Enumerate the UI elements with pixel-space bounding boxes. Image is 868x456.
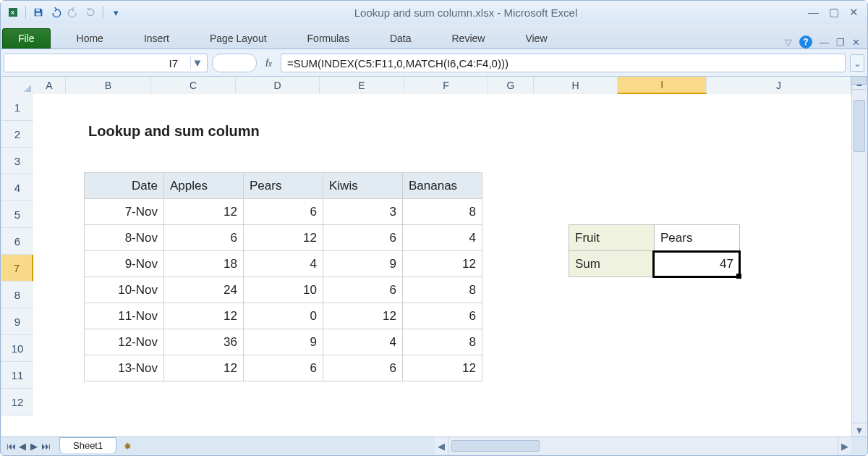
redo-icon[interactable] [65, 4, 81, 20]
table-cell[interactable]: 12-Nov [85, 329, 164, 355]
qat-customize-icon[interactable]: ▾ [108, 4, 124, 20]
mdi-restore-icon[interactable]: ❐ [836, 37, 845, 48]
row-header-10[interactable]: 10 [1, 335, 33, 362]
table-cell[interactable]: 18 [164, 251, 244, 277]
name-box[interactable]: I7 ▼ [4, 54, 208, 72]
table-cell[interactable]: 12 [323, 303, 403, 329]
tab-formulas[interactable]: Formulas [297, 28, 359, 48]
ribbon-minimize-icon[interactable]: ▽ [785, 37, 792, 48]
col-header-B[interactable]: B [66, 77, 151, 94]
col-header-C[interactable]: C [151, 77, 235, 94]
scroll-thumb[interactable] [854, 100, 865, 152]
table-cell[interactable]: 8 [403, 199, 482, 225]
row-header-9[interactable]: 9 [1, 308, 33, 335]
mdi-close-icon[interactable]: ✕ [852, 37, 860, 48]
table-cell[interactable]: 7-Nov [85, 199, 164, 225]
tab-insert[interactable]: Insert [134, 28, 179, 48]
tab-data[interactable]: Data [380, 28, 422, 48]
tab-page-layout[interactable]: Page Layout [200, 28, 277, 48]
table-cell[interactable]: 6 [244, 199, 323, 225]
row-header-5[interactable]: 5 [1, 201, 33, 228]
table-cell[interactable]: 10 [244, 277, 323, 303]
formula-expand-icon[interactable]: ⌄ [850, 54, 864, 72]
tab-nav-first-icon[interactable]: ⏮ [6, 441, 16, 452]
tab-home[interactable]: Home [67, 28, 114, 48]
row-header-7[interactable]: 7 [1, 255, 33, 282]
table-cell[interactable]: 9-Nov [85, 251, 164, 277]
column-headers[interactable]: ABCDEFGHIJ [33, 77, 851, 95]
table-cell[interactable]: 4 [244, 251, 323, 277]
table-cell[interactable]: 3 [323, 199, 403, 225]
table-cell[interactable]: 8 [403, 329, 482, 355]
mdi-minimize-icon[interactable]: ― [820, 37, 829, 48]
table-cell[interactable]: 9 [244, 329, 323, 355]
horizontal-scrollbar[interactable]: ◀ ▶ [435, 436, 851, 455]
row-header-8[interactable]: 8 [1, 282, 33, 308]
table-cell[interactable]: 12 [164, 303, 244, 329]
table-cell[interactable]: 0 [244, 303, 323, 329]
close-button[interactable]: ✕ [849, 6, 859, 19]
table-cell[interactable]: 6 [244, 355, 323, 381]
scroll-left-icon[interactable]: ◀ [435, 437, 448, 455]
col-header-D[interactable]: D [236, 77, 320, 94]
table-cell[interactable]: 6 [323, 277, 403, 303]
repeat-icon[interactable] [82, 4, 98, 20]
sheet-tab[interactable]: Sheet1 [59, 437, 116, 453]
table-cell[interactable]: 36 [164, 329, 244, 355]
row-header-3[interactable]: 3 [1, 148, 33, 174]
hscroll-thumb[interactable] [451, 440, 540, 452]
help-icon[interactable]: ? [799, 35, 812, 48]
scroll-right-icon[interactable]: ▶ [838, 437, 851, 455]
col-header-J[interactable]: J [707, 77, 851, 94]
table-cell[interactable]: 9 [323, 251, 403, 277]
col-header-E[interactable]: E [320, 77, 404, 94]
col-header-F[interactable]: F [404, 77, 488, 94]
worksheet[interactable]: ABCDEFGHIJ 123456789101112 Lookup and su… [1, 76, 851, 436]
tab-review[interactable]: Review [442, 28, 495, 48]
col-header-A[interactable]: A [33, 77, 66, 94]
formula-input[interactable]: =SUM(INDEX(C5:F11,0,MATCH(I6,C4:F4,0))) [281, 54, 846, 72]
table-cell[interactable]: 4 [403, 225, 482, 251]
table-cell[interactable]: 12 [164, 355, 244, 381]
table-cell[interactable]: 10-Nov [85, 277, 164, 303]
vertical-scrollbar[interactable]: ▲ ▼ [851, 76, 867, 436]
tab-nav-prev-icon[interactable]: ◀ [17, 441, 27, 452]
table-cell[interactable]: 13-Nov [85, 355, 164, 381]
tab-nav-last-icon[interactable]: ⏭ [41, 441, 51, 452]
sum-value[interactable]: 47 [655, 251, 740, 277]
fx-icon[interactable]: fx [261, 57, 276, 69]
table-cell[interactable]: 11-Nov [85, 303, 164, 329]
table-cell[interactable]: 6 [323, 355, 403, 381]
table-cell[interactable]: 6 [323, 225, 403, 251]
cells-area[interactable]: Lookup and sum column DateApplesPearsKiw… [33, 94, 851, 436]
row-header-11[interactable]: 11 [1, 362, 33, 389]
save-icon[interactable] [30, 4, 46, 20]
tab-view[interactable]: View [515, 28, 557, 48]
table-cell[interactable]: 8 [403, 277, 482, 303]
new-sheet-icon[interactable]: ✸ [124, 441, 132, 452]
scroll-down-icon[interactable]: ▼ [852, 423, 867, 436]
row-headers[interactable]: 123456789101112 [1, 94, 34, 415]
row-header-12[interactable]: 12 [1, 389, 33, 415]
table-cell[interactable]: 6 [403, 303, 482, 329]
table-cell[interactable]: 12 [244, 225, 323, 251]
table-cell[interactable]: 4 [323, 329, 403, 355]
table-cell[interactable]: 12 [403, 251, 482, 277]
tab-nav-next-icon[interactable]: ▶ [29, 441, 39, 452]
row-header-2[interactable]: 2 [1, 121, 33, 148]
table-cell[interactable]: 24 [164, 277, 244, 303]
col-header-H[interactable]: H [534, 77, 618, 94]
table-cell[interactable]: 6 [164, 225, 244, 251]
table-cell[interactable]: 12 [164, 199, 244, 225]
row-header-6[interactable]: 6 [1, 228, 33, 255]
tab-file[interactable]: File [2, 28, 51, 48]
row-header-4[interactable]: 4 [1, 174, 33, 201]
minimize-button[interactable]: ― [808, 6, 819, 19]
row-header-1[interactable]: 1 [1, 94, 33, 121]
table-cell[interactable]: 12 [403, 355, 482, 381]
name-box-dropdown-icon[interactable]: ▼ [190, 56, 204, 69]
split-handle[interactable] [851, 76, 867, 85]
undo-icon[interactable] [48, 4, 64, 20]
col-header-I[interactable]: I [618, 77, 706, 94]
table-cell[interactable]: 8-Nov [85, 225, 164, 251]
